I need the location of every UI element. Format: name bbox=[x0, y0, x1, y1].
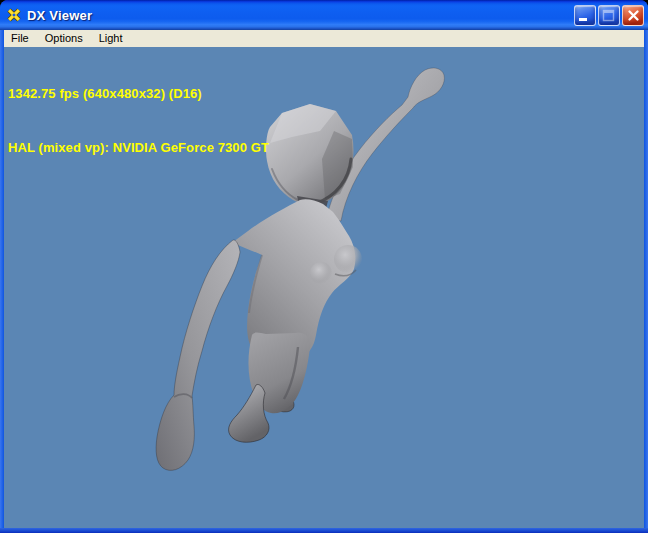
model-breast-highlight bbox=[334, 245, 362, 273]
model-breast-highlight bbox=[310, 262, 332, 284]
window-border-right bbox=[644, 30, 648, 528]
model-left-arm bbox=[156, 240, 240, 470]
stats-overlay: 1342.75 fps (640x480x32) (D16) HAL (mixe… bbox=[8, 49, 269, 193]
dx-viewer-window: DX Viewer bbox=[0, 0, 648, 533]
render-viewport[interactable]: 1342.75 fps (640x480x32) (D16) HAL (mixe… bbox=[4, 47, 644, 528]
window-border-bottom bbox=[0, 528, 648, 533]
window-title: DX Viewer bbox=[27, 8, 92, 23]
fps-stats-line: 1342.75 fps (640x480x32) (D16) bbox=[8, 85, 269, 103]
close-button[interactable] bbox=[622, 5, 644, 26]
menu-bar: File Options Light bbox=[4, 30, 644, 47]
device-stats-line: HAL (mixed vp): NVIDIA GeForce 7300 GT bbox=[8, 139, 269, 157]
minimize-icon bbox=[578, 9, 592, 22]
menu-item-light[interactable]: Light bbox=[91, 30, 131, 47]
minimize-button[interactable] bbox=[574, 5, 596, 26]
close-icon bbox=[627, 9, 640, 22]
maximize-icon bbox=[602, 9, 616, 22]
menu-item-file[interactable]: File bbox=[4, 30, 37, 47]
directx-logo-icon[interactable] bbox=[6, 7, 22, 23]
model-head bbox=[266, 104, 354, 205]
title-bar[interactable]: DX Viewer bbox=[0, 0, 648, 30]
menu-item-options[interactable]: Options bbox=[37, 30, 91, 47]
model-front-foot bbox=[229, 384, 269, 442]
window-controls bbox=[574, 5, 648, 26]
maximize-button[interactable] bbox=[598, 5, 620, 26]
